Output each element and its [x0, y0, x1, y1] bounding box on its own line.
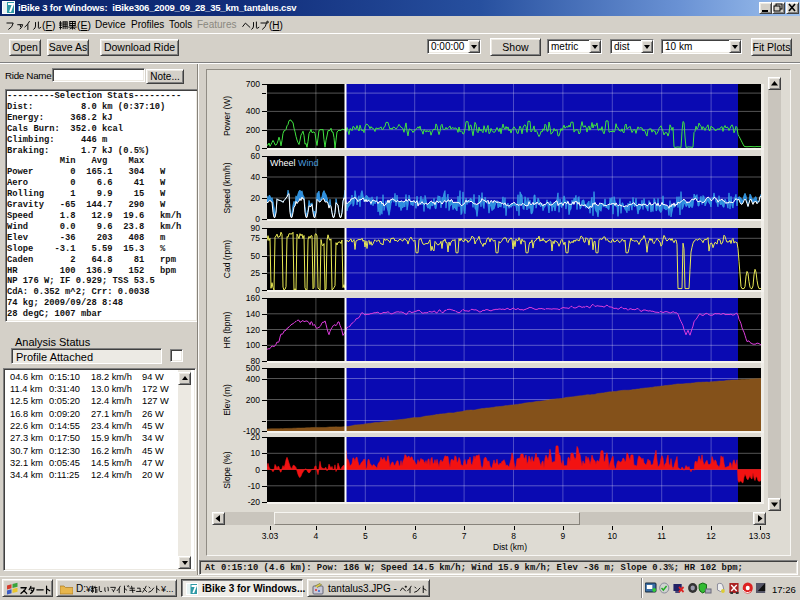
svg-text:Wind: Wind [298, 158, 319, 168]
svg-text:Wheel: Wheel [270, 158, 296, 168]
